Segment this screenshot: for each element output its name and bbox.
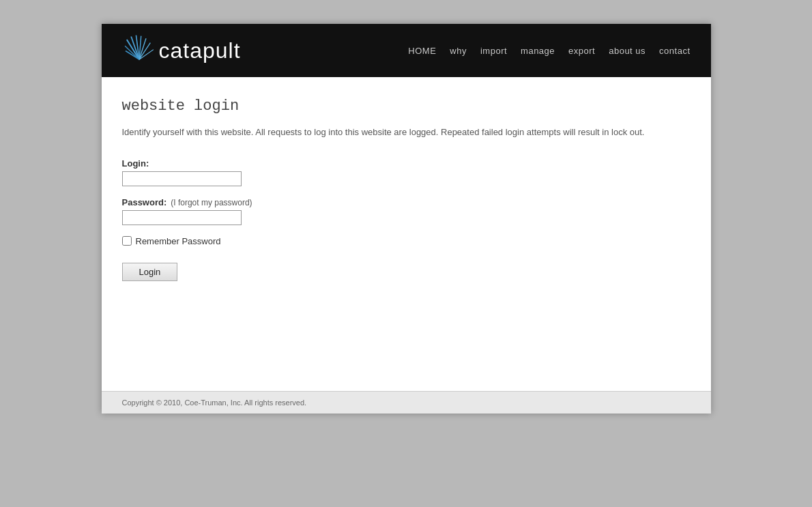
login-field-group: Login: (122, 158, 691, 186)
remember-password-row: Remember Password (122, 236, 691, 246)
page-title: website login (122, 98, 691, 115)
nav-contact[interactable]: contact (659, 46, 690, 56)
description-text: Identify yourself with this website. All… (122, 126, 691, 139)
nav-home[interactable]: HOME (408, 46, 436, 56)
nav-export[interactable]: export (568, 46, 595, 56)
password-field-group: Password: (I forgot my password) (122, 197, 691, 225)
login-form: Login: Password: (I forgot my password) … (122, 158, 691, 281)
forgot-password-link[interactable]: (I forgot my password) (171, 198, 252, 207)
login-button[interactable]: Login (122, 263, 178, 281)
logo-icon (122, 33, 156, 68)
footer-copyright: Copyright © 2010, Coe-Truman, Inc. All r… (122, 399, 691, 407)
logo-area: catapult (122, 33, 241, 68)
nav-manage[interactable]: manage (521, 46, 555, 56)
password-label-row: Password: (I forgot my password) (122, 197, 691, 207)
nav-import[interactable]: import (480, 46, 507, 56)
nav-about-us[interactable]: about us (609, 46, 646, 56)
brand-name: catapult (159, 38, 241, 63)
remember-password-label[interactable]: Remember Password (136, 236, 221, 246)
login-input[interactable] (122, 171, 242, 186)
header: catapult HOME why import manage export a… (102, 24, 711, 77)
footer: Copyright © 2010, Coe-Truman, Inc. All r… (102, 391, 711, 414)
page-wrapper: catapult HOME why import manage export a… (102, 24, 711, 414)
login-label: Login: (122, 158, 691, 169)
nav-why[interactable]: why (450, 46, 467, 56)
password-label: Password: (122, 197, 167, 207)
main-content: website login Identify yourself with thi… (102, 77, 711, 391)
svg-line-6 (139, 50, 154, 60)
remember-password-checkbox[interactable] (122, 236, 132, 246)
password-input[interactable] (122, 210, 242, 225)
svg-line-5 (139, 43, 150, 60)
nav: HOME why import manage export about us c… (408, 46, 690, 56)
